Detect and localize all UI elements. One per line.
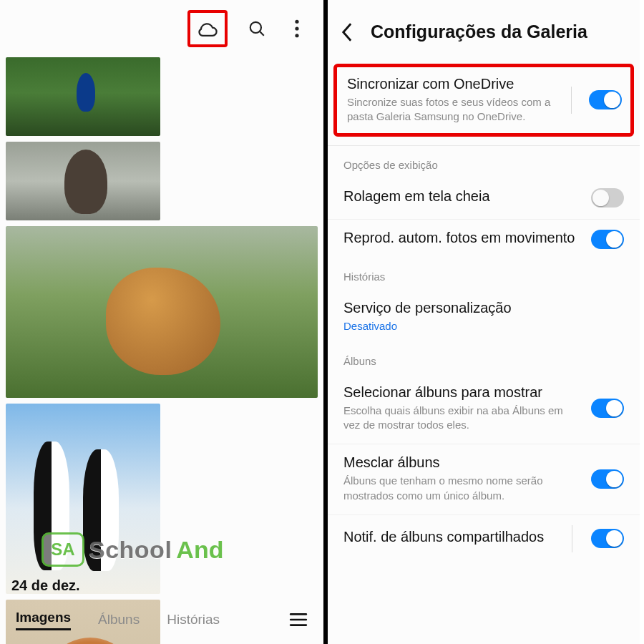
albums-section: Álbuns Selecionar álbuns para mostrar Es… [328,345,640,564]
watermark-text-1: School [89,536,172,564]
cloud-sync-highlight [187,10,228,47]
autoplay-toggle[interactable] [591,230,624,249]
stories-section: Histórias Serviço de personalização Desa… [328,260,640,345]
select-albums-sub: Escolha quais álbuns exibir na aba Álbun… [343,404,581,433]
svg-line-1 [260,31,264,36]
personalization-title: Serviço de personalização [343,300,624,316]
display-section: Opções de exibição Rolagem em tela cheia… [328,145,640,260]
sync-sub: Sincronize suas fotos e seus vídeos com … [347,95,562,125]
svg-point-4 [295,34,298,37]
tab-stories[interactable]: Histórias [167,612,220,628]
gallery-pane: SA School And 24 de dez. Imagens Álbuns … [0,0,328,644]
sync-title: Sincronizar com OneDrive [347,76,562,92]
select-albums-row[interactable]: Selecionar álbuns para mostrar Escolha q… [328,374,640,445]
settings-title: Configurações da Galeria [371,21,587,42]
sync-toggle[interactable] [589,90,622,109]
watermark-badge: SA [42,532,84,567]
gallery-header [0,0,323,57]
settings-pane: Configurações da Galeria Sincronizar com… [328,0,640,644]
tab-images[interactable]: Imagens [16,610,71,630]
date-label: 24 de dez. [11,577,80,594]
thumbnail[interactable] [6,226,318,398]
thumbnail[interactable] [6,142,160,220]
section-display-header: Opções de exibição [328,149,640,178]
sync-onedrive-row[interactable]: Sincronizar com OneDrive Sincronize suas… [347,76,622,125]
shared-notif-row[interactable]: Notif. de álbuns compartilhados [328,515,640,564]
fullscreen-scroll-row[interactable]: Rolagem em tela cheia [328,178,640,220]
svg-point-3 [295,26,298,30]
select-albums-title: Selecionar álbuns para mostrar [343,384,581,401]
merge-albums-row[interactable]: Mesclar álbuns Álbuns que tenham o mesmo… [328,444,640,515]
fullscreen-scroll-toggle[interactable] [591,188,624,208]
separator [571,87,572,114]
personalization-row[interactable]: Serviço de personalização Desativado [328,290,640,345]
back-icon[interactable] [341,23,359,42]
svg-point-2 [295,20,298,24]
personalization-sub: Desativado [343,319,624,333]
settings-header: Configurações da Galeria [328,0,640,58]
tab-albums[interactable]: Álbuns [98,612,140,628]
more-icon[interactable] [286,18,308,39]
cloud-icon[interactable] [195,16,220,41]
hamburger-icon[interactable] [289,613,308,627]
watermark: SA School And [42,532,223,567]
shared-notif-toggle[interactable] [591,529,624,548]
watermark-text-2: And [176,536,223,564]
fullscreen-scroll-title: Rolagem em tela cheia [343,188,581,205]
thumbnail[interactable] [6,57,160,136]
select-albums-toggle[interactable] [591,399,624,418]
bottom-tabs: Imagens Álbuns Histórias [0,602,323,637]
shared-notif-title: Notif. de álbuns compartilhados [343,529,562,545]
merge-albums-sub: Álbuns que tenham o mesmo nome serão mos… [343,474,581,503]
section-albums-header: Álbuns [328,345,640,374]
autoplay-row[interactable]: Reprod. autom. fotos em movimento [328,220,640,260]
autoplay-title: Reprod. autom. fotos em movimento [343,230,581,246]
separator [572,525,572,552]
merge-albums-title: Mesclar álbuns [343,454,581,471]
search-icon[interactable] [246,18,268,39]
section-stories-header: Histórias [328,260,640,290]
merge-albums-toggle[interactable] [591,469,624,489]
svg-point-0 [250,22,261,33]
sync-onedrive-highlight: Sincronizar com OneDrive Sincronize suas… [333,64,634,137]
